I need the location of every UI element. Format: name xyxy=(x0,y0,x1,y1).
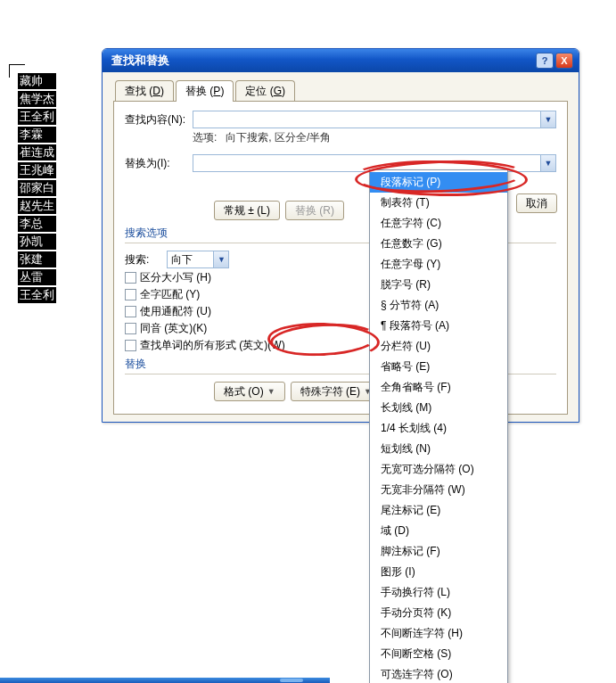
direction-label: 搜索: xyxy=(125,252,149,267)
dropdown-icon[interactable]: ▼ xyxy=(213,251,228,267)
menu-item[interactable]: § 分节符 (A) xyxy=(370,295,507,316)
help-button[interactable]: ? xyxy=(536,53,554,69)
checkbox-icon xyxy=(125,306,136,317)
menu-item[interactable]: 不间断连字符 (H) xyxy=(370,623,507,644)
name-item: 李霖 xyxy=(18,127,56,143)
menu-item[interactable]: 不间断空格 (S) xyxy=(370,644,507,664)
special-chars-menu: 段落标记 (P)制表符 (T)任意字符 (C)任意数字 (G)任意字母 (Y)脱… xyxy=(369,169,508,683)
name-item: 孙凯 xyxy=(18,234,56,250)
tab-goto[interactable]: 定位 (G) xyxy=(235,80,295,102)
special-chars-button[interactable]: 特殊字符 (E) ▼ xyxy=(291,382,382,401)
text-cursor xyxy=(9,64,25,65)
menu-item[interactable]: 无宽非分隔符 (W) xyxy=(370,480,507,500)
menu-item[interactable]: 全角省略号 (F) xyxy=(370,377,507,398)
name-item: 王全利 xyxy=(18,109,56,125)
name-item: 王全利 xyxy=(18,287,56,303)
checkbox-icon xyxy=(125,340,136,351)
menu-item[interactable]: 脱字号 (R) xyxy=(370,275,507,295)
format-button[interactable]: 格式 (O) ▼ xyxy=(214,382,285,401)
replace-button[interactable]: 替换 (R) xyxy=(285,201,344,220)
cancel-button[interactable]: 取消 xyxy=(516,193,557,213)
dialog-title: 查找和替换 xyxy=(108,53,534,69)
menu-item[interactable]: 省略号 (E) xyxy=(370,357,507,377)
name-item: 赵先生 xyxy=(18,198,56,214)
options-line: 选项: 向下搜索, 区分全/半角 xyxy=(125,130,556,145)
dropdown-icon[interactable]: ▼ xyxy=(540,111,555,128)
name-item: 邵家白 xyxy=(18,180,56,196)
find-input[interactable]: ▼ xyxy=(193,111,556,128)
menu-item[interactable]: 制表符 (T) xyxy=(370,193,507,213)
checkbox-icon xyxy=(125,323,136,334)
action-button-row: 取消 xyxy=(516,193,557,213)
menu-item[interactable]: 图形 (I) xyxy=(370,562,507,582)
menu-item[interactable]: 可选连字符 (O) xyxy=(370,664,507,683)
menu-item[interactable]: 任意字母 (Y) xyxy=(370,254,507,275)
normal-button[interactable]: 常规 ± (L) xyxy=(214,201,280,220)
direction-select[interactable]: 向下 ▼ xyxy=(167,251,229,268)
tab-strip: 查找 (D) 替换 (P) 定位 (G) xyxy=(103,72,579,101)
checkbox-icon xyxy=(125,272,136,284)
name-item: 藏帅 xyxy=(18,73,56,89)
tab-find[interactable]: 查找 (D) xyxy=(115,80,174,102)
tab-replace[interactable]: 替换 (P) xyxy=(176,80,234,102)
dropdown-icon[interactable]: ▼ xyxy=(540,155,555,171)
menu-item[interactable]: 1/4 长划线 (4) xyxy=(370,418,507,439)
name-item: 崔连成 xyxy=(18,144,56,160)
menu-item[interactable]: 短划线 (N) xyxy=(370,439,507,459)
menu-item[interactable]: 任意字符 (C) xyxy=(370,213,507,234)
name-item: 张建 xyxy=(18,251,56,267)
name-item: 李总 xyxy=(18,216,56,232)
close-button[interactable]: X xyxy=(555,53,573,69)
name-item: 王兆峰 xyxy=(18,162,56,178)
menu-item[interactable]: 脚注标记 (F) xyxy=(370,541,507,562)
name-item: 丛雷 xyxy=(18,269,56,285)
menu-item[interactable]: 手动换行符 (L) xyxy=(370,582,507,603)
menu-item[interactable]: 段落标记 (P) xyxy=(370,172,507,193)
menu-item[interactable]: 分栏符 (U) xyxy=(370,336,507,357)
menu-item[interactable]: ¶ 段落符号 (A) xyxy=(370,316,507,336)
find-label: 查找内容(N): xyxy=(125,112,193,128)
menu-item[interactable]: 无宽可选分隔符 (O) xyxy=(370,459,507,480)
menu-item[interactable]: 手动分页符 (K) xyxy=(370,603,507,623)
checkbox-icon xyxy=(125,289,136,300)
chevron-down-icon: ▼ xyxy=(267,387,275,396)
name-item: 焦学杰 xyxy=(18,91,56,107)
menu-item[interactable]: 长划线 (M) xyxy=(370,398,507,418)
menu-item[interactable]: 任意数字 (G) xyxy=(370,234,507,254)
taskbar-sliver xyxy=(0,678,330,683)
dialog-titlebar[interactable]: 查找和替换 ? X xyxy=(103,49,579,72)
replace-label: 替换为(I): xyxy=(125,156,193,171)
name-list: 藏帅焦学杰王全利李霖崔连成王兆峰邵家白赵先生李总孙凯张建丛雷王全利 xyxy=(18,73,56,305)
menu-item[interactable]: 尾注标记 (E) xyxy=(370,500,507,521)
menu-item[interactable]: 域 (D) xyxy=(370,521,507,541)
